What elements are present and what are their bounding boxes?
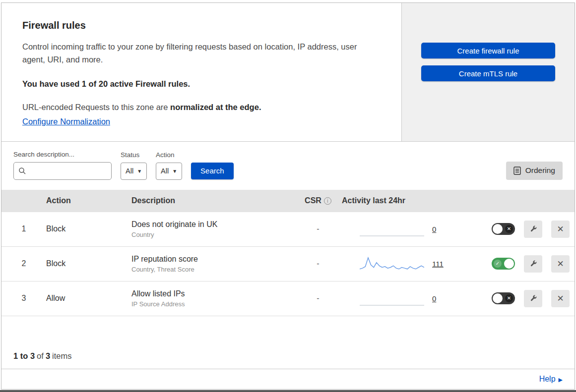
rule-activity-cell: 0 xyxy=(342,220,492,238)
action-dropdown-value: All xyxy=(161,167,169,175)
delete-rule-button[interactable]: ✕ xyxy=(551,255,570,273)
toggle-state-icon: ✕ xyxy=(505,294,513,302)
edit-rule-button[interactable] xyxy=(524,221,542,238)
col-header-csr: CSRi xyxy=(294,196,342,205)
rule-activity-cell: 0 xyxy=(342,289,492,307)
close-icon: ✕ xyxy=(557,293,564,304)
rule-filter-fields: Country xyxy=(131,231,294,238)
toggle-knob xyxy=(493,293,503,303)
arrow-right-icon: ▶ xyxy=(559,377,563,383)
enable-toggle[interactable]: ✕ xyxy=(492,223,515,235)
info-icon[interactable]: i xyxy=(324,197,331,205)
search-label: Search description... xyxy=(13,151,112,158)
rule-description: Allow listed IPs xyxy=(131,289,294,298)
col-header-description: Description xyxy=(131,196,294,205)
status-dropdown-value: All xyxy=(126,167,133,175)
edit-rule-button[interactable] xyxy=(524,290,542,307)
header-actions-panel: Create firewall rule Create mTLS rule xyxy=(402,3,575,141)
activity-count-link[interactable]: 0 xyxy=(432,294,436,303)
normalization-prefix: URL-encoded Requests to this zone are xyxy=(22,103,170,112)
close-icon: ✕ xyxy=(557,224,564,234)
rule-controls: ✕ ✕ xyxy=(492,221,576,238)
table-header: Action Description CSRi Activity last 24… xyxy=(1,190,575,212)
bottom-edge-strip xyxy=(0,390,576,392)
wrench-icon xyxy=(529,260,537,268)
enable-toggle[interactable]: ✕ xyxy=(492,292,515,304)
rule-description-cell: IP reputation score Country, Threat Scor… xyxy=(131,255,294,273)
rule-priority: 1 xyxy=(1,224,46,233)
search-input[interactable] xyxy=(13,162,112,180)
activity-sparkline xyxy=(360,220,424,238)
edit-rule-button[interactable] xyxy=(524,255,542,273)
chevron-down-icon: ▼ xyxy=(137,168,142,174)
search-field-wrap xyxy=(13,162,112,180)
rule-filter-fields: Country, Threat Score xyxy=(131,266,294,273)
header-content: Firewall rules Control incoming traffic … xyxy=(1,3,402,141)
search-icon xyxy=(18,167,26,175)
activity-sparkline xyxy=(360,289,424,307)
toggle-state-icon: ✓ xyxy=(494,260,502,268)
activity-count-link[interactable]: 111 xyxy=(432,260,444,268)
toggle-knob xyxy=(493,224,503,234)
configure-normalization-link[interactable]: Configure Normalization xyxy=(22,117,110,126)
create-firewall-rule-button[interactable]: Create firewall rule xyxy=(421,43,555,58)
rule-csr: - xyxy=(294,259,342,268)
rule-description: IP reputation score xyxy=(131,255,294,264)
rule-csr: - xyxy=(294,224,342,233)
pagination-of: of xyxy=(37,351,44,361)
activity-count-link[interactable]: 0 xyxy=(432,225,436,233)
delete-rule-button[interactable]: ✕ xyxy=(551,221,570,238)
table-row: 3 Allow Allow listed IPs IP Source Addre… xyxy=(1,281,575,316)
toggle-state-icon: ✕ xyxy=(505,225,513,233)
usage-summary: You have used 1 of 20 active Firewall ru… xyxy=(22,79,381,89)
pagination-items: items xyxy=(52,351,71,361)
rule-filter-fields: IP Source Address xyxy=(131,300,294,308)
rule-csr: - xyxy=(294,294,342,303)
rule-priority: 2 xyxy=(1,259,46,268)
pagination-total: 3 xyxy=(46,351,50,361)
ordering-button[interactable]: Ordering xyxy=(506,162,563,180)
status-dropdown[interactable]: All ▼ xyxy=(121,163,147,180)
rule-controls: ✕ ✕ xyxy=(492,290,576,307)
col-header-action: Action xyxy=(46,196,131,205)
filter-bar: Search description... Status All ▼ Actio… xyxy=(1,142,575,190)
normalization-bold: normalized at the edge. xyxy=(170,103,261,112)
rule-description-cell: Allow listed IPs IP Source Address xyxy=(131,289,294,308)
toggle-knob xyxy=(504,259,514,269)
ordering-list-icon xyxy=(513,167,521,175)
rule-action: Allow xyxy=(46,294,131,303)
status-label: Status xyxy=(121,151,147,159)
rule-action: Block xyxy=(46,259,131,268)
wrench-icon xyxy=(529,225,537,233)
pagination-summary: 1 to 3 of 3 items xyxy=(1,316,575,369)
table-row: 1 Block Does not originate in UK Country… xyxy=(1,212,575,247)
page-title: Firewall rules xyxy=(22,20,381,31)
rule-description: Does not originate in UK xyxy=(131,220,294,229)
help-bar: Help▶ xyxy=(1,369,575,389)
rule-controls: ✓ ✕ xyxy=(492,255,576,273)
pagination-range: 1 to 3 xyxy=(13,351,35,361)
search-button[interactable]: Search xyxy=(191,163,234,179)
rule-action: Block xyxy=(46,224,131,233)
csr-header-label: CSR xyxy=(305,196,321,205)
delete-rule-button[interactable]: ✕ xyxy=(551,290,570,307)
action-dropdown[interactable]: All ▼ xyxy=(156,163,182,180)
rule-activity-cell: 111 xyxy=(342,255,492,273)
help-link-label: Help xyxy=(539,375,556,383)
wrench-icon xyxy=(529,294,537,302)
rule-priority: 3 xyxy=(1,294,46,303)
table-row: 2 Block IP reputation score Country, Thr… xyxy=(1,247,575,281)
close-icon: ✕ xyxy=(557,259,564,269)
header-section: Firewall rules Control incoming traffic … xyxy=(1,3,575,142)
chevron-down-icon: ▼ xyxy=(172,168,177,174)
page-description: Control incoming traffic to your zone by… xyxy=(22,40,381,66)
activity-sparkline xyxy=(360,255,424,273)
ordering-button-label: Ordering xyxy=(525,166,555,175)
action-label: Action xyxy=(156,151,182,159)
help-link[interactable]: Help▶ xyxy=(539,375,563,383)
create-mtls-rule-button[interactable]: Create mTLS rule xyxy=(421,65,555,81)
normalization-text: URL-encoded Requests to this zone are no… xyxy=(22,103,381,112)
enable-toggle[interactable]: ✓ xyxy=(492,258,515,270)
rule-description-cell: Does not originate in UK Country xyxy=(131,220,294,238)
firewall-rules-page: Firewall rules Control incoming traffic … xyxy=(1,2,575,390)
